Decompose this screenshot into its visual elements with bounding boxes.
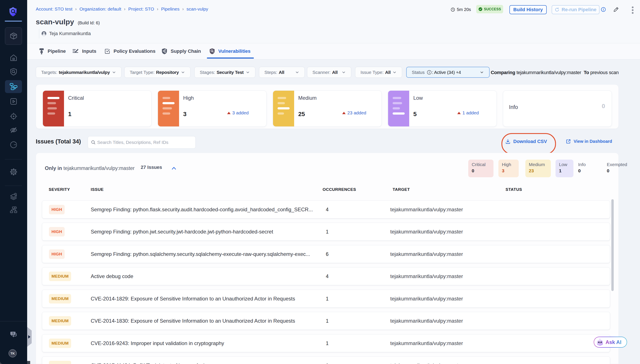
svg-text:?: ? bbox=[12, 332, 14, 335]
